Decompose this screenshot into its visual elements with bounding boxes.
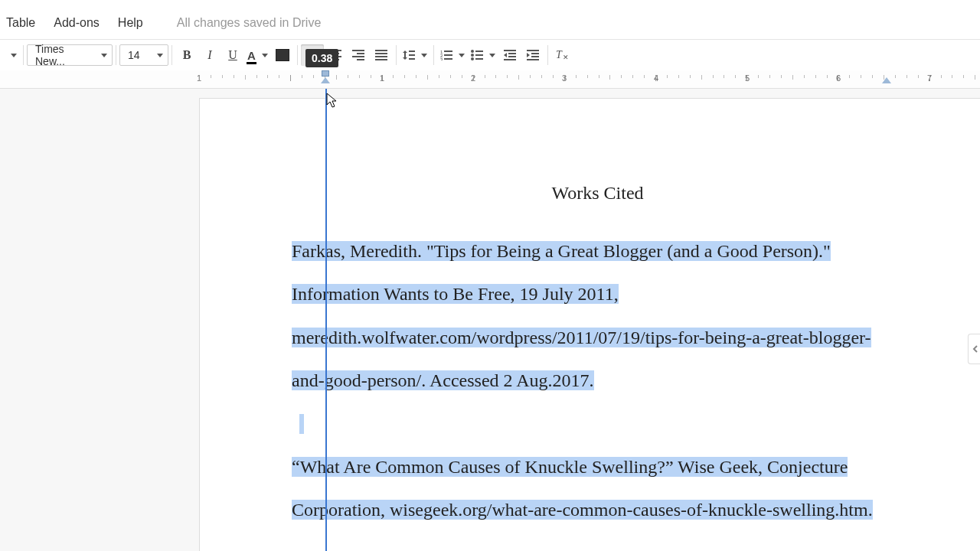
align-right-button[interactable] <box>347 44 370 66</box>
font-family-value: Times New... <box>35 43 96 67</box>
text-color-icon: A <box>247 49 256 62</box>
svg-text:✕: ✕ <box>563 54 569 61</box>
menu-table[interactable]: Table <box>6 16 35 30</box>
separator <box>547 45 548 65</box>
indent-value-tooltip: 0.38 <box>305 49 338 67</box>
first-line-indent-marker[interactable] <box>322 70 329 77</box>
chevron-left-icon <box>972 345 979 353</box>
menu-help[interactable]: Help <box>118 16 143 30</box>
citation-entry[interactable]: Farkas, Meredith. "Tips for Being a Grea… <box>292 230 903 403</box>
citation-entry-blank[interactable] <box>299 403 903 445</box>
svg-rect-20 <box>444 51 452 52</box>
selected-text: Farkas, Meredith. "Tips for Being a Grea… <box>292 241 871 390</box>
ruler-number: 4 <box>654 73 658 83</box>
font-family-select[interactable]: Times New... <box>27 44 113 66</box>
separator <box>433 45 434 65</box>
svg-rect-38 <box>527 59 539 60</box>
align-justify-icon <box>375 50 387 60</box>
svg-rect-26 <box>475 51 483 52</box>
svg-rect-35 <box>527 50 539 51</box>
separator <box>116 45 116 65</box>
toolbar: Times New... 14 B I U A <box>0 40 980 70</box>
svg-point-29 <box>471 57 474 60</box>
font-size-value: 14 <box>128 49 140 61</box>
svg-rect-14 <box>375 56 387 57</box>
svg-text:3: 3 <box>440 57 443 60</box>
chevron-down-icon <box>262 54 268 57</box>
line-spacing-icon <box>403 50 415 60</box>
ruler-track[interactable]: 11234567 <box>199 70 980 89</box>
increase-indent-icon <box>527 50 539 60</box>
svg-rect-11 <box>357 59 364 60</box>
svg-rect-22 <box>444 54 452 56</box>
selected-text <box>299 414 304 434</box>
svg-rect-8 <box>352 50 364 51</box>
svg-rect-30 <box>475 58 483 60</box>
svg-rect-33 <box>508 56 516 57</box>
svg-rect-10 <box>352 56 364 57</box>
svg-rect-12 <box>375 50 387 51</box>
line-spacing-button[interactable] <box>400 44 430 66</box>
svg-rect-9 <box>357 53 364 54</box>
svg-point-25 <box>471 50 474 53</box>
bold-button[interactable]: B <box>175 44 198 66</box>
highlight-color-button[interactable] <box>271 44 294 66</box>
ruler[interactable]: 11234567 0.38 <box>0 70 980 89</box>
font-size-select[interactable]: 14 <box>119 44 168 66</box>
increase-indent-button[interactable] <box>521 44 544 66</box>
bulleted-list-icon <box>471 50 483 60</box>
clear-formatting-icon: T ✕ <box>556 49 570 61</box>
svg-text:T: T <box>556 49 563 60</box>
save-status: All changes saved in Drive <box>177 16 322 30</box>
text-color-button[interactable]: A <box>244 44 271 66</box>
chevron-down-icon <box>101 54 107 57</box>
svg-rect-28 <box>475 54 483 56</box>
page-title: Works Cited <box>292 183 903 204</box>
styles-dropdown[interactable] <box>3 44 20 66</box>
decrease-indent-icon <box>504 50 516 60</box>
selected-text: “What Are Common Causes of Knuckle Swell… <box>292 457 873 520</box>
underline-button[interactable]: U <box>221 44 244 66</box>
bulleted-list-button[interactable] <box>468 44 498 66</box>
svg-rect-16 <box>409 51 415 52</box>
decrease-indent-button[interactable] <box>498 44 521 66</box>
svg-rect-17 <box>409 54 415 56</box>
separator <box>23 45 24 65</box>
svg-rect-15 <box>375 59 387 60</box>
svg-rect-18 <box>409 58 415 60</box>
document-page[interactable]: Works Cited Farkas, Meredith. "Tips for … <box>199 98 980 551</box>
align-right-icon <box>352 50 364 60</box>
separator <box>172 45 172 65</box>
separator <box>396 45 397 65</box>
right-indent-marker[interactable] <box>882 77 891 83</box>
workspace: 11234567 0.38 Works Cited Farkas, Meredi… <box>0 70 980 551</box>
numbered-list-icon: 1 2 3 <box>440 50 452 60</box>
svg-rect-37 <box>531 56 539 57</box>
svg-rect-31 <box>504 50 516 51</box>
separator <box>297 45 298 65</box>
chevron-down-icon <box>421 54 427 57</box>
chevron-down-icon <box>157 54 163 57</box>
left-indent-marker[interactable] <box>321 77 330 83</box>
chevron-down-icon <box>489 54 495 57</box>
indent-guide-line <box>325 89 327 551</box>
svg-rect-32 <box>508 53 516 54</box>
chevron-down-icon <box>459 54 465 57</box>
svg-rect-34 <box>504 59 516 60</box>
svg-rect-24 <box>444 58 452 60</box>
svg-rect-13 <box>375 53 387 54</box>
numbered-list-button[interactable]: 1 2 3 <box>437 44 468 66</box>
menu-addons[interactable]: Add-ons <box>54 16 100 30</box>
align-justify-button[interactable] <box>370 44 393 66</box>
menubar: Table Add-ons Help All changes saved in … <box>0 0 980 40</box>
explore-tab[interactable] <box>968 334 980 364</box>
italic-button[interactable]: I <box>198 44 221 66</box>
svg-rect-36 <box>531 53 539 54</box>
citation-entry[interactable]: “What Are Common Causes of Knuckle Swell… <box>292 445 903 532</box>
highlight-icon <box>276 49 289 61</box>
clear-formatting-button[interactable]: T ✕ <box>551 44 574 66</box>
svg-point-27 <box>471 54 474 57</box>
